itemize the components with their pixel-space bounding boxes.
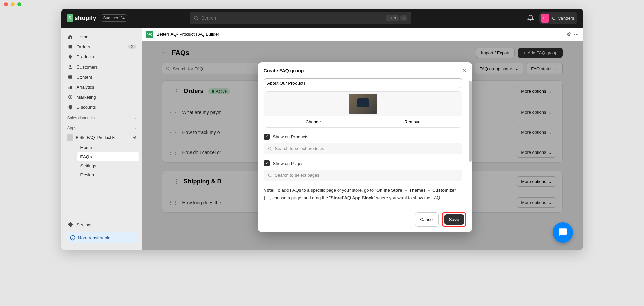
nav-customers[interactable]: Customers (64, 62, 139, 72)
sidebar: Home Orders 2 Products Customers Content (61, 28, 142, 250)
nav-content[interactable]: Content (64, 72, 139, 82)
pin-icon[interactable] (566, 32, 571, 37)
nav-label: Marketing (77, 95, 96, 100)
app-icon: FAQ (146, 31, 153, 38)
products-icon (67, 54, 73, 60)
subnav-home[interactable]: Home (77, 143, 139, 152)
svg-point-8 (70, 96, 71, 98)
products-search[interactable]: Search to select products (264, 143, 462, 154)
cancel-button[interactable]: Cancel (415, 212, 438, 227)
apps-section[interactable]: Apps › (64, 122, 139, 132)
search-icon (268, 173, 272, 178)
checkbox-checked-icon: ✓ (264, 134, 270, 140)
external-link-icon[interactable] (264, 196, 268, 200)
checkbox-label: Show on Products (273, 134, 309, 139)
svg-rect-4 (68, 75, 72, 78)
marketing-icon (67, 94, 73, 100)
app-bar: FAQ BetterFAQ- Product FAQ Builder (142, 28, 583, 41)
svg-rect-7 (71, 86, 72, 89)
nav-label: Content (77, 75, 92, 80)
chat-icon (558, 228, 568, 237)
show-on-pages-checkbox[interactable]: ✓ Show on Pages (264, 160, 462, 166)
svg-point-15 (576, 34, 577, 35)
checkbox-label: Show on Pages (273, 161, 304, 166)
app-title: BetterFAQ- Product FAQ Builder (157, 32, 219, 37)
top-header: S shopify Summer '24 CTRL K Oll Ollivand… (61, 9, 583, 28)
discounts-icon (67, 104, 73, 110)
nav-label: Discounts (77, 105, 96, 110)
nav-label: Orders (77, 44, 90, 49)
modal-scrollbar[interactable] (468, 78, 472, 207)
checkbox-checked-icon: ✓ (264, 160, 270, 166)
note-text: Note: To add FAQs to a specific page of … (264, 187, 462, 202)
svg-rect-2 (68, 45, 72, 49)
svg-line-22 (271, 176, 272, 177)
pages-search[interactable]: Search to select pages (264, 170, 462, 181)
info-icon (70, 235, 75, 241)
window-minimize-dot[interactable] (11, 2, 15, 6)
svg-rect-6 (70, 86, 71, 89)
close-icon[interactable]: ✕ (462, 67, 466, 74)
svg-point-19 (268, 147, 271, 150)
show-on-products-checkbox[interactable]: ✓ Show on Products (264, 134, 462, 140)
nav-settings[interactable]: Settings (64, 220, 139, 230)
kbd-k: K (400, 15, 407, 21)
nav-label: Products (77, 54, 94, 59)
group-name-input[interactable] (264, 78, 462, 88)
notifications-icon[interactable] (527, 15, 534, 21)
nav-analytics[interactable]: Analytics (64, 82, 139, 92)
svg-point-3 (69, 65, 71, 67)
nav-label: Customers (77, 64, 98, 70)
edition-badge[interactable]: Summer '24 (100, 14, 128, 22)
analytics-icon (67, 84, 73, 90)
window-close-dot[interactable] (4, 2, 8, 6)
create-faq-group-modal: Create FAQ group ✕ Change Remove ✓ Show (258, 62, 472, 232)
content-icon (67, 74, 73, 80)
nav-label: Home (77, 34, 89, 39)
nav-orders[interactable]: Orders 2 (64, 42, 139, 52)
sales-channels-section[interactable]: Sales channels › (64, 112, 139, 122)
subnav-settings[interactable]: Settings (77, 161, 139, 170)
nav-home[interactable]: Home (64, 32, 139, 42)
nav-label: Analytics (77, 85, 94, 90)
chat-fab[interactable] (553, 222, 573, 243)
gear-icon (67, 222, 73, 228)
nav-discounts[interactable]: Discounts (64, 102, 139, 112)
nav-products[interactable]: Products (64, 52, 139, 62)
save-button[interactable]: Save (444, 214, 464, 225)
customers-icon (67, 64, 73, 70)
pin-icon[interactable] (132, 135, 137, 140)
modal-title: Create FAQ group (264, 68, 304, 73)
brand-name: shopify (75, 15, 96, 22)
nav-marketing[interactable]: Marketing (64, 92, 139, 102)
more-icon[interactable] (574, 32, 579, 37)
nav-label: Settings (77, 222, 93, 227)
chevron-right-icon: › (135, 126, 136, 130)
svg-point-21 (268, 174, 271, 176)
svg-line-1 (197, 19, 198, 20)
search-icon (193, 15, 199, 21)
search-input[interactable] (201, 15, 383, 21)
svg-line-20 (271, 149, 272, 150)
global-search[interactable]: CTRL K (190, 12, 411, 24)
subnav-faqs[interactable]: FAQs (77, 152, 139, 161)
avatar: Oll (541, 14, 549, 23)
save-button-highlight: Save (442, 212, 466, 227)
shopify-logo[interactable]: S shopify (67, 14, 96, 22)
app-label-text: BetterFAQ- Product F... (76, 135, 118, 140)
window-zoom-dot[interactable] (17, 2, 21, 6)
subnav-design[interactable]: Design (77, 170, 139, 179)
svg-rect-5 (68, 87, 69, 89)
kbd-ctrl: CTRL (386, 15, 399, 21)
app-betterfaq[interactable]: BetterFAQ- Product F... (64, 132, 139, 143)
svg-point-0 (194, 16, 197, 19)
product-image (349, 94, 377, 114)
chevron-right-icon: › (135, 116, 136, 120)
change-image-button[interactable]: Change (264, 116, 363, 127)
image-card: Change Remove (264, 91, 462, 128)
non-transferable-banner[interactable]: Non-transferable (67, 232, 137, 243)
scroll-thumb[interactable] (469, 81, 472, 162)
user-menu[interactable]: Oll Ollivanders (539, 12, 577, 24)
kbd-hint: CTRL K (386, 15, 407, 21)
remove-image-button[interactable]: Remove (363, 116, 462, 127)
